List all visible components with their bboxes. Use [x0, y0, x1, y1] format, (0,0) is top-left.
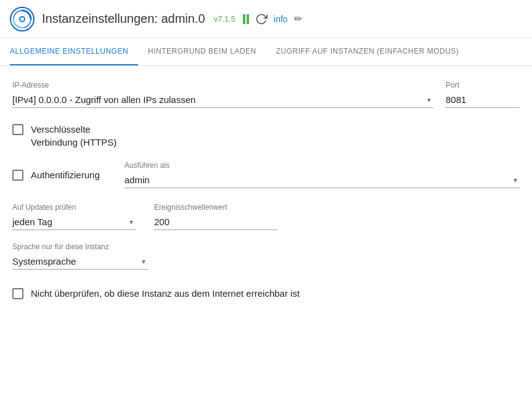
version-badge: v7.1.5 — [214, 14, 235, 23]
update-event-row: Auf Updates prüfen jeden Tag ▾ Ereigniss… — [12, 203, 520, 230]
header: Instanzeinstellungen: admin.0 v7.1.5 inf… — [0, 0, 532, 38]
content-area: IP-Adresse [IPv4] 0.0.0.0 - Zugriff von … — [0, 66, 532, 327]
refresh-button[interactable] — [255, 13, 268, 25]
ip-port-row: IP-Adresse [IPv4] 0.0.0.0 - Zugriff von … — [12, 81, 520, 108]
https-row: VerschlüsselteVerbindung (HTTPS) — [12, 123, 520, 149]
event-threshold-group: Ereignisschwellenwert — [154, 203, 277, 230]
run-as-field-group: Ausführen als admin ▾ — [125, 161, 520, 188]
https-label: VerschlüsselteVerbindung (HTTPS) — [31, 123, 117, 149]
language-label: Sprache nur für diese Instanz — [12, 242, 148, 251]
internet-check-row: Nicht überprüfen, ob diese Instanz aus d… — [12, 287, 520, 300]
language-value: Systemsprache — [12, 256, 148, 267]
tab-access[interactable]: ZUGRIFF AUF INSTANZEN (EINFACHER MODUS) — [266, 38, 469, 65]
internet-check-label: Nicht überprüfen, ob diese Instanz aus d… — [31, 287, 300, 300]
info-link[interactable]: info — [274, 14, 288, 24]
header-actions: info ✏ — [243, 13, 302, 25]
language-group: Sprache nur für diese Instanz Systemspra… — [12, 242, 148, 270]
event-threshold-label: Ereignisschwellenwert — [154, 203, 277, 212]
update-check-select[interactable]: jeden Tag ▾ — [12, 214, 136, 230]
tab-background[interactable]: HINTERGRUND BEIM LADEN — [138, 38, 266, 65]
event-threshold-input[interactable] — [154, 214, 277, 230]
https-checkbox[interactable] — [12, 124, 23, 135]
port-field-group: Port — [446, 81, 520, 108]
auth-checkbox[interactable] — [12, 170, 23, 181]
ip-field-group: IP-Adresse [IPv4] 0.0.0.0 - Zugriff von … — [12, 81, 433, 108]
auth-left: Authentifizierung — [12, 168, 100, 181]
run-as-select[interactable]: admin ▾ — [125, 172, 520, 188]
port-input[interactable] — [446, 92, 520, 108]
run-as-value: admin — [125, 175, 520, 185]
tab-general[interactable]: ALLGEMEINE EINSTELLUNGEN — [10, 38, 138, 65]
ip-label: IP-Adresse — [12, 81, 433, 89]
auth-label: Authentifizierung — [31, 168, 100, 181]
run-as-label: Ausführen als — [125, 161, 520, 170]
update-check-group: Auf Updates prüfen jeden Tag ▾ — [12, 203, 136, 230]
internet-check-checkbox[interactable] — [12, 288, 23, 299]
page-title: Instanzeinstellungen: admin.0 — [42, 12, 205, 26]
ip-select-value: [IPv4] 0.0.0.0 - Zugriff von allen IPs z… — [12, 94, 433, 105]
port-label: Port — [446, 81, 520, 89]
pause-button[interactable] — [243, 14, 249, 24]
auth-row: Authentifizierung Ausführen als admin ▾ — [12, 161, 520, 188]
app-logo — [10, 7, 35, 31]
language-row: Sprache nur für diese Instanz Systemspra… — [12, 242, 520, 270]
tab-bar: ALLGEMEINE EINSTELLUNGEN HINTERGRUND BEI… — [0, 38, 532, 66]
language-select[interactable]: Systemsprache ▾ — [12, 254, 148, 270]
edit-icon[interactable]: ✏ — [294, 13, 302, 25]
svg-point-3 — [20, 17, 24, 21]
ip-select[interactable]: [IPv4] 0.0.0.0 - Zugriff von allen IPs z… — [12, 92, 433, 108]
update-check-label: Auf Updates prüfen — [12, 203, 136, 212]
update-check-value: jeden Tag — [12, 217, 136, 227]
